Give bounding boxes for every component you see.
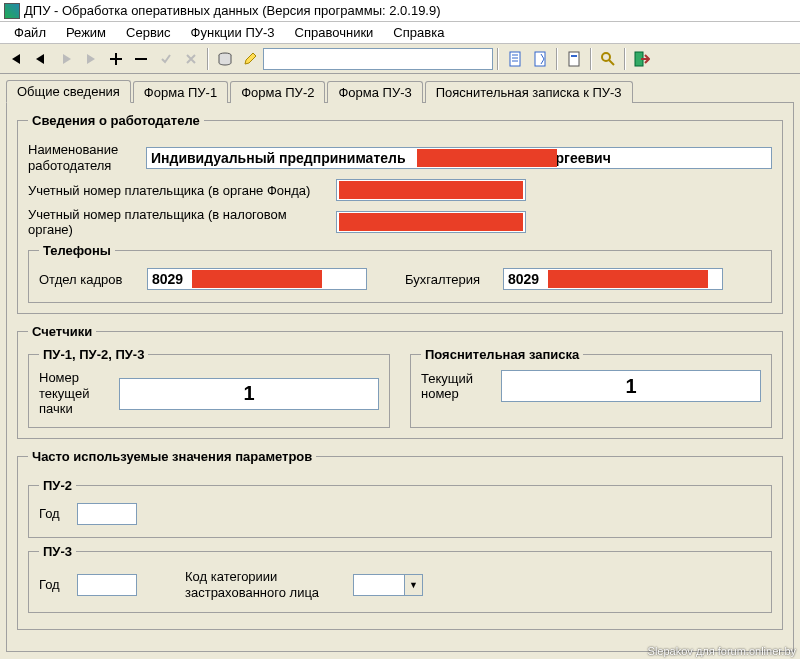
svg-rect-7: [569, 52, 579, 66]
params-legend: Часто используемые значения параметров: [28, 449, 316, 464]
redacted-block: [339, 213, 523, 231]
svg-rect-8: [571, 55, 577, 57]
redacted-block: [417, 149, 557, 167]
commit-icon[interactable]: [154, 47, 178, 71]
menu-service[interactable]: Сервис: [116, 23, 181, 42]
acct-tax-label: Учетный номер плательщика (в налоговом о…: [28, 207, 328, 237]
employer-name-field[interactable]: Индивидуальный предприниматель ргеевич: [146, 147, 772, 169]
svg-rect-2: [510, 52, 520, 66]
pu3-category-label: Код категориии застрахованного лица: [185, 569, 345, 600]
tab-panel-general: Сведения о работодателе Наименование раб…: [6, 102, 794, 652]
menu-bar: Файл Режим Сервис Функции ПУ-3 Справочни…: [0, 22, 800, 44]
employer-legend: Сведения о работодателе: [28, 113, 204, 128]
exit-icon[interactable]: [630, 47, 654, 71]
tab-pu2[interactable]: Форма ПУ-2: [230, 81, 325, 103]
nav-next-icon[interactable]: [54, 47, 78, 71]
accounting-phone-field[interactable]: 8029: [503, 268, 723, 290]
hr-phone-field[interactable]: 8029: [147, 268, 367, 290]
hr-phone-label: Отдел кадров: [39, 272, 139, 287]
pu2-year-input[interactable]: [77, 503, 137, 525]
pu3-category-combo[interactable]: ▼: [353, 574, 423, 596]
cancel-icon[interactable]: [179, 47, 203, 71]
redacted-block: [548, 270, 708, 288]
acct-fund-field[interactable]: [336, 179, 526, 201]
pu2-params-fieldset: ПУ-2 Год: [28, 478, 772, 538]
pu2-params-legend: ПУ-2: [39, 478, 76, 493]
tab-pu3[interactable]: Форма ПУ-3: [327, 81, 422, 103]
app-icon: [4, 3, 20, 19]
edit-icon[interactable]: [238, 47, 262, 71]
counters-legend: Счетчики: [28, 324, 96, 339]
params-fieldset: Часто используемые значения параметров П…: [17, 449, 783, 630]
pu3-year-label: Год: [39, 577, 69, 592]
pu3-year-input[interactable]: [77, 574, 137, 596]
pu2-year-label: Год: [39, 506, 69, 521]
note-counter-label: Текущий номер: [421, 371, 491, 402]
window-title: ДПУ - Обработка оперативных данных (Верс…: [24, 3, 441, 18]
pu3-params-fieldset: ПУ-3 Год Код категориии застрахованного …: [28, 544, 772, 613]
add-icon[interactable]: [104, 47, 128, 71]
chevron-down-icon[interactable]: ▼: [404, 575, 422, 595]
doc3-icon[interactable]: [562, 47, 586, 71]
tab-pu1[interactable]: Форма ПУ-1: [133, 81, 228, 103]
note-counter-legend: Пояснительная записка: [421, 347, 583, 362]
title-bar: ДПУ - Обработка оперативных данных (Верс…: [0, 0, 800, 22]
counters-fieldset: Счетчики ПУ-1, ПУ-2, ПУ-3 Номер текущей …: [17, 324, 783, 439]
menu-file[interactable]: Файл: [4, 23, 56, 42]
employer-fieldset: Сведения о работодателе Наименование раб…: [17, 113, 783, 314]
svg-point-9: [602, 53, 610, 61]
menu-functions[interactable]: Функции ПУ-3: [181, 23, 285, 42]
watermark: Slepakov для forum.onliner.by: [648, 645, 796, 657]
toolbar: [0, 44, 800, 74]
pu-counter-fieldset: ПУ-1, ПУ-2, ПУ-3 Номер текущей пачки 1: [28, 347, 390, 428]
tab-general[interactable]: Общие сведения: [6, 80, 131, 103]
doc2-icon[interactable]: [528, 47, 552, 71]
find-icon[interactable]: [596, 47, 620, 71]
redacted-block: [339, 181, 523, 199]
menu-directories[interactable]: Справочники: [285, 23, 384, 42]
redacted-block: [192, 270, 322, 288]
nav-prev-icon[interactable]: [29, 47, 53, 71]
accounting-phone-label: Бухгалтерия: [405, 272, 495, 287]
menu-help[interactable]: Справка: [383, 23, 454, 42]
doc1-icon[interactable]: [503, 47, 527, 71]
pu-counter-label: Номер текущей пачки: [39, 370, 109, 417]
employer-name-label: Наименование работодателя: [28, 142, 138, 173]
pu3-params-legend: ПУ-3: [39, 544, 76, 559]
svg-rect-0: [135, 58, 147, 60]
menu-mode[interactable]: Режим: [56, 23, 116, 42]
pu-counter-legend: ПУ-1, ПУ-2, ПУ-3: [39, 347, 148, 362]
phones-fieldset: Телефоны Отдел кадров 8029 Бухгалтерия 8…: [28, 243, 772, 303]
acct-fund-label: Учетный номер плательщика (в органе Фонд…: [28, 183, 328, 198]
tab-bar: Общие сведения Форма ПУ-1 Форма ПУ-2 Фор…: [0, 74, 800, 102]
note-counter-value[interactable]: 1: [501, 370, 761, 402]
remove-icon[interactable]: [129, 47, 153, 71]
note-counter-fieldset: Пояснительная записка Текущий номер 1: [410, 347, 772, 428]
phones-legend: Телефоны: [39, 243, 115, 258]
tab-note[interactable]: Пояснительная записка к ПУ-3: [425, 81, 633, 103]
acct-tax-field[interactable]: [336, 211, 526, 233]
db-icon[interactable]: [213, 47, 237, 71]
toolbar-search-input[interactable]: [263, 48, 493, 70]
svg-line-10: [609, 60, 614, 65]
nav-first-icon[interactable]: [4, 47, 28, 71]
pu-counter-value[interactable]: 1: [119, 378, 379, 410]
nav-last-icon[interactable]: [79, 47, 103, 71]
